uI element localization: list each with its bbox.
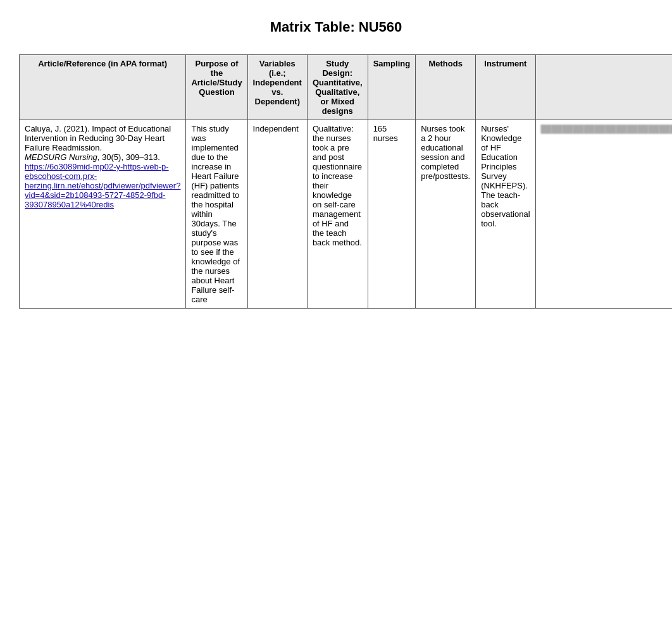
cell-purpose: This study was implemented due to the in… xyxy=(186,120,247,309)
findings-text: ████████████████████████████████████████… xyxy=(541,125,672,133)
instrument-text: Nurses' Knowledge of HF Education Princi… xyxy=(481,124,530,228)
cell-article: Caluya, J. (2021). Impact of Educational… xyxy=(20,120,186,309)
header-study-design: Study Design: Quantitative, Qualitative,… xyxy=(307,55,368,120)
header-variables: Variables (i.e.; Independent vs. Depende… xyxy=(247,55,307,120)
page-container: Matrix Table: NU560 Article/Reference (i… xyxy=(0,0,672,633)
header-findings: Findings/Results xyxy=(535,55,672,120)
article-italic-suffix: , 30(5), 309–313. xyxy=(97,152,160,162)
header-article: Article/Reference (in APA format) xyxy=(20,55,186,120)
cell-instrument: Nurses' Knowledge of HF Education Princi… xyxy=(476,120,535,309)
cell-findings: ████████████████████████████████████████… xyxy=(535,120,672,309)
sampling-text: 165 nurses xyxy=(373,124,398,143)
purpose-text: This study was implemented due to the in… xyxy=(191,124,240,304)
page-title: Matrix Table: NU560 xyxy=(19,13,653,42)
table-header-row: Article/Reference (in APA format) Purpos… xyxy=(20,55,673,120)
matrix-table: Article/Reference (in APA format) Purpos… xyxy=(19,54,672,309)
table-row: Caluya, J. (2021). Impact of Educational… xyxy=(20,120,673,309)
variables-text: Independent xyxy=(253,124,299,133)
cell-variables: Independent xyxy=(247,120,307,309)
article-link[interactable]: https://6o3089mid-mp02-y-https-web-p-ebs… xyxy=(25,162,180,209)
methods-text: Nurses took a 2 hour educational session… xyxy=(421,124,470,181)
header-instrument: Instrument xyxy=(476,55,535,120)
cell-methods: Nurses took a 2 hour educational session… xyxy=(416,120,476,309)
article-text: Caluya, J. (2021). Impact of Educational… xyxy=(25,124,171,152)
header-methods: Methods xyxy=(416,55,476,120)
header-sampling: Sampling xyxy=(368,55,416,120)
study-design-text: Qualitative: the nurses took a pre and p… xyxy=(313,124,362,247)
cell-study-design: Qualitative: the nurses took a pre and p… xyxy=(307,120,368,309)
article-italic: MEDSURG Nursing xyxy=(25,152,97,162)
header-purpose: Purpose of the Article/Study Question xyxy=(186,55,247,120)
cell-sampling: 165 nurses xyxy=(368,120,416,309)
